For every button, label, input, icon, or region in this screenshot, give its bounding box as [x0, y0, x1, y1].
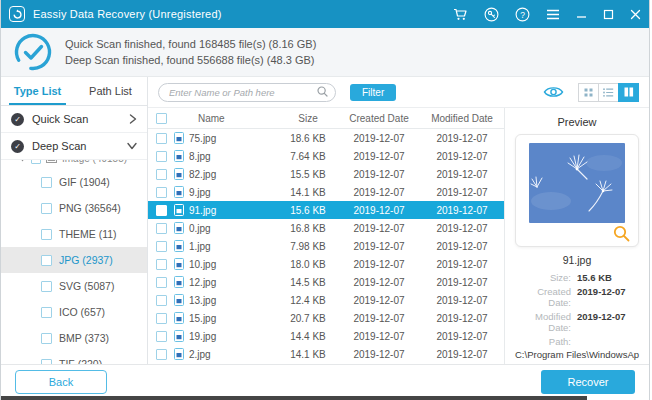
row-checkbox[interactable] — [156, 205, 167, 216]
type-checkbox[interactable] — [41, 177, 52, 188]
row-checkbox[interactable] — [156, 133, 167, 144]
type-checkbox[interactable] — [41, 281, 52, 292]
type-label: TIF (220) — [59, 358, 102, 364]
file-icon — [174, 222, 184, 234]
sidebar-type-list: GIF (1904) PNG (36564) THEME (11) JPG (2… — [1, 169, 147, 364]
type-checkbox[interactable] — [41, 203, 52, 214]
column-header-created[interactable]: Created Date — [338, 113, 420, 124]
triangle-collapse-icon[interactable] — [19, 160, 26, 162]
sidebar-type-item[interactable]: SVG (5087) — [1, 273, 147, 299]
type-label: PNG (36564) — [59, 202, 121, 214]
table-row[interactable]: 8.jpg 7.64 KB 2019-12-07 2019-12-07 — [148, 147, 504, 165]
sidebar-type-item[interactable]: GIF (1904) — [1, 169, 147, 195]
table-row[interactable]: 82.jpg 15.5 KB 2019-12-07 2019-12-07 — [148, 165, 504, 183]
row-checkbox[interactable] — [156, 187, 167, 198]
footer: Back Recover — [1, 364, 649, 398]
file-modified: 2019-12-07 — [420, 151, 504, 162]
row-checkbox[interactable] — [156, 241, 167, 252]
zoom-preview-icon[interactable] — [613, 225, 630, 242]
table-header: Name Size Created Date Modified Date — [148, 108, 504, 129]
type-checkbox[interactable] — [41, 229, 52, 240]
column-header-name[interactable]: Name — [174, 113, 278, 124]
table-row[interactable]: 13.jpg 12.4 KB 2019-12-07 2019-12-07 — [148, 291, 504, 309]
type-checkbox[interactable] — [41, 255, 52, 266]
table-row[interactable]: 10.jpg 18.0 KB 2019-12-07 2019-12-07 — [148, 255, 504, 273]
row-checkbox[interactable] — [156, 169, 167, 180]
list-view-button[interactable] — [598, 83, 619, 102]
titlebar-icons: ? — [453, 7, 641, 22]
file-name: 9.jpg — [189, 187, 211, 198]
sidebar-type-item[interactable]: JPG (2937) — [1, 247, 147, 273]
table-row[interactable]: 0.jpg 16.8 KB 2019-12-07 2019-12-07 — [148, 219, 504, 237]
table-row[interactable]: 9.jpg 14.1 KB 2019-12-07 2019-12-07 — [148, 183, 504, 201]
help-icon[interactable]: ? — [515, 7, 530, 22]
chevron-right-icon[interactable] — [129, 114, 137, 124]
row-checkbox[interactable] — [156, 277, 167, 288]
file-name: 12.jpg — [189, 277, 216, 288]
preview-eye-icon[interactable] — [543, 85, 564, 99]
file-icon — [174, 240, 184, 252]
type-checkbox[interactable] — [41, 333, 52, 344]
sidebar-item-quick-scan[interactable]: ✓ Quick Scan — [1, 106, 147, 133]
file-name: 15.jpg — [189, 313, 216, 324]
type-checkbox[interactable] — [41, 307, 52, 318]
row-checkbox[interactable] — [156, 313, 167, 324]
sidebar-type-item[interactable]: PNG (36564) — [1, 195, 147, 221]
row-checkbox[interactable] — [156, 331, 167, 342]
file-icon — [174, 312, 184, 324]
row-checkbox[interactable] — [156, 349, 167, 360]
menu-icon[interactable] — [546, 9, 560, 20]
tab-type-list[interactable]: Type List — [1, 77, 74, 105]
path-label: Path: — [513, 336, 571, 347]
sidebar-item-deep-scan[interactable]: ✓ Deep Scan — [1, 133, 147, 160]
table-row[interactable]: 91.jpg 15.6 KB 2019-12-07 2019-12-07 — [148, 201, 504, 219]
type-label: BMP (373) — [59, 332, 109, 344]
sidebar-item-image-category[interactable]: Image (49155) — [1, 160, 147, 169]
sidebar-type-item[interactable]: TIF (220) — [1, 351, 147, 364]
image-category-checkbox[interactable] — [31, 160, 41, 164]
close-icon[interactable] — [630, 9, 641, 20]
file-size: 15.5 KB — [278, 169, 338, 180]
app-logo-icon — [9, 6, 25, 22]
back-button[interactable]: Back — [15, 370, 107, 394]
row-checkbox[interactable] — [156, 295, 167, 306]
preview-card — [515, 134, 639, 247]
search-input[interactable] — [158, 83, 336, 102]
tab-path-list[interactable]: Path List — [74, 77, 147, 105]
search-icon[interactable] — [317, 86, 328, 97]
recover-button[interactable]: Recover — [541, 370, 635, 394]
column-header-size[interactable]: Size — [278, 113, 338, 124]
row-checkbox[interactable] — [156, 259, 167, 270]
grid-view-button[interactable] — [578, 83, 599, 102]
search-box — [158, 82, 336, 102]
size-label: Size: — [513, 272, 571, 283]
file-size: 15.6 KB — [278, 205, 338, 216]
column-header-modified[interactable]: Modified Date — [420, 113, 504, 124]
path-value: C:\Program Files\WindowsApps\Microsoft.B… — [513, 349, 641, 364]
type-checkbox[interactable] — [41, 359, 52, 365]
key-icon[interactable] — [484, 7, 499, 22]
table-row[interactable]: 1.jpg 7.98 KB 2019-12-07 2019-12-07 — [148, 237, 504, 255]
file-size: 18.6 KB — [278, 133, 338, 144]
table-row[interactable]: 19.jpg 14.4 KB 2019-12-07 2019-12-07 — [148, 327, 504, 345]
titlebar: Eassiy Data Recovery (Unregistered) ? — [1, 0, 649, 28]
cart-icon[interactable] — [453, 8, 468, 21]
table-row[interactable]: 15.jpg 20.7 KB 2019-12-07 2019-12-07 — [148, 309, 504, 327]
row-checkbox[interactable] — [156, 223, 167, 234]
table-row[interactable]: 12.jpg 14.5 KB 2019-12-07 2019-12-07 — [148, 273, 504, 291]
select-all-checkbox[interactable] — [156, 113, 167, 124]
table-row[interactable]: 75.jpg 18.6 KB 2019-12-07 2019-12-07 — [148, 129, 504, 147]
created-label: Created Date: — [513, 286, 571, 308]
table-row[interactable]: 2.jpg 14.1 KB 2019-12-07 2019-12-07 — [148, 345, 504, 363]
sidebar-type-item[interactable]: BMP (373) — [1, 325, 147, 351]
row-checkbox[interactable] — [156, 151, 167, 162]
file-modified: 2019-12-07 — [420, 241, 504, 252]
file-size: 14.4 KB — [278, 331, 338, 342]
maximize-icon[interactable] — [603, 9, 614, 20]
sidebar-type-item[interactable]: THEME (11) — [1, 221, 147, 247]
chevron-down-icon[interactable] — [127, 142, 137, 150]
column-view-button[interactable] — [618, 83, 639, 102]
minimize-icon[interactable] — [576, 9, 587, 20]
filter-button[interactable]: Filter — [350, 84, 396, 101]
sidebar-type-item[interactable]: ICO (657) — [1, 299, 147, 325]
